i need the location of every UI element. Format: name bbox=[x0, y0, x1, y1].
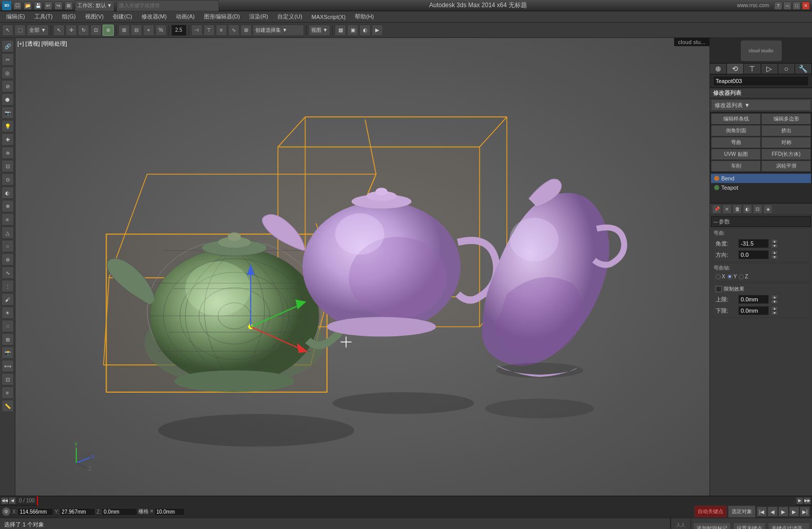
lt-camera-btn[interactable]: 📷 bbox=[2, 107, 14, 119]
x-coord-input[interactable] bbox=[17, 508, 53, 516]
stack-item-bend[interactable]: Bend bbox=[711, 174, 811, 183]
object-name-input[interactable] bbox=[713, 76, 809, 86]
menu-maxscript[interactable]: MAXScript(X) bbox=[308, 13, 350, 21]
modifier-dropdown[interactable]: 修改器列表 ▼ bbox=[711, 99, 811, 111]
curve-editor[interactable]: ∿ bbox=[228, 25, 239, 36]
set-key-btn[interactable]: 设置关键点 bbox=[733, 522, 766, 530]
timeline-prev[interactable]: ◀ bbox=[9, 497, 16, 504]
menu-tools[interactable]: 工具(T) bbox=[30, 12, 57, 22]
workspace-dropdown[interactable]: 工作区: 默认 ▼ bbox=[75, 0, 114, 11]
view-dropdown[interactable]: 视图 ▼ bbox=[309, 25, 331, 36]
align-btn[interactable]: ⊤ bbox=[204, 25, 215, 36]
tab-modify[interactable]: ⟲ bbox=[727, 64, 744, 74]
lt-torus[interactable]: ⊚ bbox=[2, 253, 14, 266]
pb-play[interactable]: ▶ bbox=[778, 506, 788, 517]
tab-utilities[interactable]: 🔧 bbox=[795, 64, 812, 74]
maximize-btn[interactable]: □ bbox=[793, 2, 801, 10]
viewport-background[interactable]: 人人素材社区 人人素材社区 人人素材社区 人人素材社区 人人素材社区 人人素材社… bbox=[15, 38, 709, 496]
menu-modifier[interactable]: 修改器(M) bbox=[137, 12, 171, 22]
lower-limit-input[interactable] bbox=[738, 306, 769, 315]
snap-3d[interactable]: ⊟ bbox=[131, 25, 142, 36]
angle-up[interactable]: ▲ bbox=[771, 239, 778, 243]
mod-btn-edit-spline[interactable]: 编辑样条线 bbox=[711, 113, 761, 125]
pb-next-frame[interactable]: ▶ bbox=[789, 506, 799, 517]
undo-btn[interactable]: ↩ bbox=[44, 2, 52, 10]
lt-isolate[interactable]: ⊙ bbox=[2, 173, 14, 186]
menu-graph-editor[interactable]: 图形编辑器(D) bbox=[200, 12, 244, 22]
minimize-btn[interactable]: ─ bbox=[783, 2, 791, 10]
filter-key-btn[interactable]: 关键点过滤器... bbox=[768, 522, 810, 530]
stack-item-teapot[interactable]: Teapot bbox=[711, 183, 811, 192]
axis-y-radio[interactable]: Y bbox=[727, 274, 737, 279]
upper-up[interactable]: ▲ bbox=[771, 295, 778, 299]
lt-link-btn[interactable]: 🔗 bbox=[2, 40, 14, 52]
select-tool[interactable]: ↖ bbox=[2, 25, 13, 36]
schematic-btn[interactable]: ⊞ bbox=[240, 25, 252, 36]
layer-btn[interactable]: ≡ bbox=[216, 25, 227, 36]
mod-btn-symmetry[interactable]: 对称 bbox=[761, 137, 811, 148]
lt-unlink-btn[interactable]: ✂ bbox=[2, 53, 14, 66]
tab-create[interactable]: ⊕ bbox=[710, 64, 727, 74]
tab-hierarchy[interactable]: ⊤ bbox=[744, 64, 761, 74]
reference-coord[interactable]: ⊕ bbox=[103, 25, 114, 36]
viewport[interactable]: [+] [透视] [明暗处理] cloud stu... 人人素材社区 人人素材… bbox=[15, 38, 709, 496]
lt-quick-align[interactable]: ≡ bbox=[2, 386, 14, 399]
direction-up[interactable]: ▲ bbox=[771, 250, 778, 255]
mod-btn-uvw[interactable]: UVW 贴图 bbox=[711, 149, 761, 160]
params-section-header[interactable]: ─ 参数 bbox=[711, 216, 811, 227]
axis-y-circle[interactable] bbox=[727, 274, 733, 279]
render-frame[interactable]: ▣ bbox=[347, 25, 358, 36]
timeline-track[interactable] bbox=[37, 496, 795, 505]
upper-limit-input[interactable] bbox=[738, 295, 769, 304]
autokey-btn[interactable]: 自动关键点 bbox=[694, 505, 727, 518]
pb-prev-frame[interactable]: ◀ bbox=[767, 506, 778, 517]
menu-help[interactable]: 帮助(H) bbox=[351, 12, 378, 22]
direction-input[interactable] bbox=[738, 250, 769, 259]
config-modifier-btn[interactable]: ≡ bbox=[722, 205, 732, 214]
lt-space-warp[interactable]: ≋ bbox=[2, 147, 14, 159]
menu-animation[interactable]: 动画(A) bbox=[172, 12, 199, 22]
lt-snapshot[interactable]: 📸 bbox=[2, 347, 14, 359]
active-shade[interactable]: ◐ bbox=[359, 25, 371, 36]
axis-x-radio[interactable]: X bbox=[716, 274, 725, 279]
lt-clone[interactable]: ⊡ bbox=[2, 373, 14, 385]
timeline-next[interactable]: ▶ bbox=[796, 497, 803, 504]
upper-spinner[interactable]: ▲ ▼ bbox=[771, 295, 778, 304]
menu-view[interactable]: 视图(V) bbox=[81, 12, 108, 22]
help-btn[interactable]: ? bbox=[774, 2, 782, 10]
lt-array[interactable]: ⊞ bbox=[2, 333, 14, 345]
lt-cloth[interactable]: ⋮ bbox=[2, 280, 14, 292]
mod-btn-turbosmooth[interactable]: 涡轮平滑 bbox=[761, 160, 811, 172]
rotate-btn[interactable]: ↻ bbox=[78, 25, 89, 36]
snap-percent[interactable]: % bbox=[155, 25, 167, 36]
teapot-right[interactable] bbox=[482, 179, 624, 378]
mod-btn-bevel-profile[interactable]: 倒角剖面 bbox=[711, 125, 761, 136]
direction-spinner[interactable]: ▲ ▼ bbox=[771, 250, 778, 259]
new-btn[interactable]: ☐ bbox=[13, 2, 22, 10]
menu-group[interactable]: 组(G) bbox=[58, 12, 80, 22]
close-btn[interactable]: ✕ bbox=[802, 2, 810, 10]
lower-down[interactable]: ▼ bbox=[771, 311, 778, 315]
reference-btn[interactable]: ⊞ bbox=[65, 2, 73, 10]
mod-btn-extrude[interactable]: 挤出 bbox=[761, 125, 811, 136]
build-select-dropdown[interactable]: 创建选择集 ▼ bbox=[253, 25, 304, 36]
move-btn[interactable]: ✛ bbox=[66, 25, 77, 36]
lt-sun[interactable]: ☀ bbox=[2, 307, 14, 319]
delete-modifier-btn[interactable]: 🗑 bbox=[733, 205, 742, 214]
mod-btn-bend[interactable]: 弯曲 bbox=[711, 137, 761, 148]
menu-create[interactable]: 创建(C) bbox=[109, 12, 136, 22]
mirror-btn[interactable]: ⊣ bbox=[191, 25, 202, 36]
lt-circle[interactable]: ○ bbox=[2, 240, 14, 252]
selected-obj-btn[interactable]: 选定对象 bbox=[728, 505, 756, 518]
timeline-last[interactable]: ▶▶ bbox=[804, 497, 811, 504]
active-shade-btn[interactable]: ◐ bbox=[743, 205, 752, 214]
angle-input[interactable] bbox=[738, 239, 769, 248]
angle-spinner[interactable]: ▲ ▼ bbox=[771, 239, 778, 248]
scale-btn[interactable]: ⊡ bbox=[90, 25, 102, 36]
lower-up[interactable]: ▲ bbox=[771, 306, 778, 311]
snap-2d[interactable]: ⊞ bbox=[118, 25, 130, 36]
pb-last[interactable]: ▶| bbox=[800, 506, 810, 517]
upper-down[interactable]: ▼ bbox=[771, 299, 778, 304]
mod-btn-edit-poly[interactable]: 编辑多边形 bbox=[761, 113, 811, 125]
pin-stack-btn[interactable]: 📌 bbox=[712, 205, 721, 214]
